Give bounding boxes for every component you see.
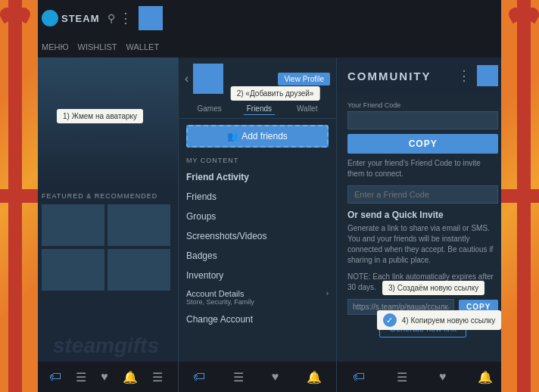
- middle-panel: 2) «Добавить друзей» ‹ View Profile Game…: [178, 58, 337, 392]
- menu-item-account[interactable]: Account Details Store, Security, Family …: [179, 285, 336, 310]
- featured-item-1[interactable]: [42, 204, 104, 246]
- community-avatar[interactable]: [477, 65, 498, 86]
- gift-decoration-left: [0, 0, 38, 392]
- friend-code-desc: Enter your friend's Friend Code to invit…: [347, 158, 498, 179]
- right-bottom-list-icon[interactable]: ☰: [397, 370, 407, 384]
- menu-item-change-account[interactable]: Change Account: [179, 310, 336, 329]
- menu-item-screenshots[interactable]: Screenshots/Videos: [179, 226, 336, 246]
- right-panel-header: COMMUNITY ⋮: [337, 58, 505, 94]
- avatar[interactable]: [139, 6, 163, 30]
- right-bottom-heart-icon[interactable]: ♥: [439, 370, 447, 384]
- tooltip-generate-link: 3) Создаём новую ссылку: [382, 281, 484, 295]
- steam-logo: STEAM: [42, 10, 100, 26]
- heart-icon[interactable]: ♥: [101, 370, 108, 384]
- community-more-icon[interactable]: ⋮: [457, 67, 471, 84]
- featured-item-2[interactable]: [107, 204, 170, 246]
- watermark: steamgifts: [53, 334, 159, 358]
- featured-grid: [42, 204, 170, 291]
- friend-code-input[interactable]: [347, 111, 498, 129]
- nav-wallet[interactable]: WALLET: [126, 42, 160, 51]
- tab-wallet[interactable]: Wallet: [294, 103, 320, 115]
- tooltip-avatar: 1) Жмем на аватарку: [57, 109, 143, 123]
- tab-games[interactable]: Games: [194, 103, 224, 115]
- bottom-bell-icon[interactable]: 🔔: [307, 370, 322, 384]
- gift-decoration-right: [501, 0, 539, 392]
- steam-header: STEAM ⚲ ⋮: [34, 0, 505, 36]
- note-label: NOTE: Each link: [347, 272, 406, 281]
- tooltip-add-friends: 2) «Добавить друзей»: [231, 86, 320, 101]
- featured-title: FEATURED & RECOMMENDED: [42, 192, 170, 200]
- tooltip-copy-link: ✓ 4) Копируем новую ссылку: [377, 310, 501, 330]
- menu-item-friend-activity[interactable]: Friend Activity: [179, 167, 336, 187]
- tag-icon[interactable]: 🏷: [49, 370, 61, 384]
- view-profile-button[interactable]: View Profile: [278, 73, 330, 86]
- search-icon[interactable]: ⚲: [107, 12, 115, 24]
- enter-friend-code-input[interactable]: [347, 185, 498, 204]
- menu-item-groups[interactable]: Groups: [179, 207, 336, 226]
- bottom-list-icon[interactable]: ☰: [233, 370, 244, 384]
- nav-menu[interactable]: МЕНЮ: [42, 42, 69, 51]
- right-bottom-tag-icon[interactable]: 🏷: [353, 370, 365, 384]
- menu-icon[interactable]: ☰: [152, 370, 163, 384]
- left-panel-bottom: 🏷 ☰ ♥ 🔔 ☰: [34, 362, 178, 392]
- tooltip-4-text: 4) Копируем новую ссылку: [402, 316, 496, 325]
- left-panel: 1) Жмем на аватарку FEATURED & RECOMMEND…: [34, 58, 178, 392]
- my-content-label: MY CONTENT: [179, 154, 336, 167]
- back-arrow-icon[interactable]: ‹: [185, 72, 188, 86]
- check-icon: ✓: [383, 313, 397, 327]
- bell-icon[interactable]: 🔔: [123, 370, 138, 384]
- profile-avatar[interactable]: [193, 64, 223, 94]
- menu-item-friends[interactable]: Friends: [179, 187, 336, 207]
- add-friends-icon: 👥: [227, 131, 238, 142]
- right-header-icons: ⋮: [457, 65, 498, 86]
- featured-item-3[interactable]: [42, 249, 104, 291]
- featured-item-4[interactable]: [107, 249, 170, 291]
- invite-desc: Generate a link to share via email or SM…: [347, 223, 498, 266]
- panels: 1) Жмем на аватарку FEATURED & RECOMMEND…: [34, 58, 505, 392]
- right-bottom-bell-icon[interactable]: 🔔: [478, 370, 493, 384]
- or-invite-label: Or send a Quick Invite: [347, 210, 498, 220]
- menu-item-badges[interactable]: Badges: [179, 246, 336, 266]
- main-content: STEAM ⚲ ⋮ МЕНЮ WISHLIST WALLET 1) Жмем н…: [34, 0, 505, 392]
- header-nav: МЕНЮ WISHLIST WALLET: [34, 36, 505, 58]
- right-panel: COMMUNITY ⋮ Your Friend Code COPY Enter …: [337, 58, 505, 392]
- middle-tabs: Games Friends Wallet: [179, 100, 336, 119]
- steam-logo-icon: [42, 10, 58, 26]
- steam-logo-text: STEAM: [61, 13, 100, 24]
- menu-item-inventory[interactable]: Inventory: [179, 266, 336, 285]
- copy-friend-code-button[interactable]: COPY: [347, 134, 498, 154]
- bottom-tag-icon[interactable]: 🏷: [193, 370, 205, 384]
- list-icon[interactable]: ☰: [76, 370, 86, 384]
- featured-section: FEATURED & RECOMMENDED: [34, 186, 178, 297]
- friend-code-label: Your Friend Code: [347, 101, 498, 109]
- right-bottom-nav: 🏷 ☰ ♥ 🔔: [337, 362, 505, 392]
- account-details-label: Account Details: [186, 289, 254, 298]
- chevron-right-icon: ›: [326, 289, 329, 306]
- community-title: COMMUNITY: [347, 70, 432, 82]
- add-friends-label: Add friends: [241, 131, 288, 142]
- more-options-icon[interactable]: ⋮: [119, 10, 132, 26]
- bottom-heart-icon[interactable]: ♥: [272, 370, 279, 384]
- tab-friends[interactable]: Friends: [244, 103, 275, 115]
- add-friends-button[interactable]: 👥 Add friends: [186, 125, 329, 148]
- account-details-sub: Store, Security, Family: [186, 298, 254, 306]
- nav-wishlist[interactable]: WISHLIST: [78, 42, 117, 51]
- middle-bottom-nav: 🏷 ☰ ♥ 🔔: [179, 362, 336, 392]
